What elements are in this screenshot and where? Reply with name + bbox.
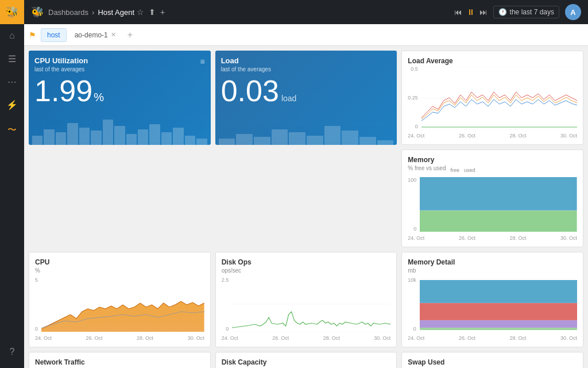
load-panel: Load last of the averages 0.03 load xyxy=(215,51,397,145)
svg-rect-4 xyxy=(420,210,577,232)
cpu-util-menu-icon[interactable]: ≡ xyxy=(200,57,204,66)
cpu-chart xyxy=(41,277,204,332)
main-content: 🐝 Dashboards › Host Agent ☆ ⬆ + ⏮ ⏸ ⏭ 🕐 … xyxy=(24,0,588,368)
network-title: Network Traffic xyxy=(35,358,204,366)
breadcrumb: Dashboards › Host Agent xyxy=(48,8,134,17)
load-unit: load xyxy=(281,94,296,103)
nav-controls: ⏮ ⏸ ⏭ xyxy=(454,7,488,17)
tab-host[interactable]: host xyxy=(41,28,67,42)
memory-legend-used: used xyxy=(464,167,475,173)
disk-ops-subtitle: ops/sec xyxy=(222,267,391,274)
brand-logo: 🐝 xyxy=(31,6,44,18)
sidebar-item-alerts[interactable]: ⚡ xyxy=(0,93,24,116)
cpu-util-subtitle: last of the averages xyxy=(34,66,205,72)
memory-detail-x-labels: 24. Oct 26. Oct 28. Oct 30. Oct xyxy=(408,335,577,341)
swap-panel: Swap Used % free vs used 100 0 xyxy=(401,352,583,368)
cpu-title: CPU xyxy=(35,258,204,266)
network-traffic-panel: Network Traffic kb/s 100 0 xyxy=(29,352,211,368)
disk-ops-panel: Disk Ops ops/sec 2.5 0 xyxy=(215,252,397,347)
svg-marker-9 xyxy=(420,280,577,303)
cpu-subtitle: % xyxy=(35,267,204,274)
cpu-x-labels: 24. Oct 26. Oct 28. Oct 30. Oct xyxy=(35,335,204,341)
memory-detail-title: Memory Detail xyxy=(408,258,577,266)
sidebar-item-activity[interactable]: 〜 xyxy=(0,118,24,141)
breadcrumb-separator: › xyxy=(92,8,94,17)
load-subtitle: last of the averages xyxy=(221,66,392,72)
tab-ao-demo-label: ao-demo-1 xyxy=(75,31,108,39)
load-avg-y-max: 0.5 xyxy=(408,66,418,72)
memory-subtitle: % free vs used xyxy=(408,165,446,171)
svg-marker-10 xyxy=(420,303,577,320)
cpu-util-unit: % xyxy=(94,91,104,104)
sidebar-item-home[interactable]: ⌂ xyxy=(0,24,24,47)
add-panel-icon[interactable]: + xyxy=(158,6,167,18)
memory-panel: Memory % free vs used free used 100 0 xyxy=(401,150,583,247)
memory-x-labels: 24. Oct 26. Oct 28. Oct 30. Oct xyxy=(408,235,577,241)
breadcrumb-root[interactable]: Dashboards xyxy=(48,8,88,17)
cpu-panel: CPU % 5 0 xyxy=(29,252,211,347)
share-icon[interactable]: ⬆ xyxy=(146,6,158,18)
cpu-util-value: 1.99 xyxy=(34,76,92,106)
memory-y-min: 0 xyxy=(408,226,416,232)
tab-close-icon[interactable]: ✕ xyxy=(111,31,116,39)
disk-capacity-title: Disk Capacity xyxy=(222,358,391,366)
time-range-label: the last 7 days xyxy=(510,8,554,16)
disk-ops-title: Disk Ops xyxy=(222,258,391,266)
add-tab-button[interactable]: + xyxy=(124,29,136,41)
rewind-button[interactable]: ⏮ xyxy=(454,7,462,17)
topbar-actions: ⏮ ⏸ ⏭ 🕐 the last 7 days A xyxy=(454,4,581,20)
disk-ops-chart xyxy=(232,277,390,332)
sidebar-item-network[interactable]: ⋯ xyxy=(0,70,24,93)
memory-chart xyxy=(420,177,577,232)
sidebar: 🐝 ⌂ ☰ ⋯ ⚡ 〜 ? xyxy=(0,0,24,368)
cpu-utilization-panel: CPU Utilization ≡ last of the averages 1… xyxy=(29,51,211,145)
panels-grid: CPU Utilization ≡ last of the averages 1… xyxy=(29,51,583,368)
sidebar-item-list[interactable]: ☰ xyxy=(0,47,24,70)
sidebar-item-help[interactable]: ? xyxy=(0,340,24,363)
pause-button[interactable]: ⏸ xyxy=(467,7,475,17)
forward-button[interactable]: ⏭ xyxy=(479,7,488,17)
cpu-util-title: CPU Utilization xyxy=(34,56,88,65)
breadcrumb-current: Host Agent xyxy=(98,8,134,17)
memory-y-max: 100 xyxy=(408,177,416,183)
clock-icon: 🕐 xyxy=(498,8,507,16)
memory-title: Memory xyxy=(408,156,577,164)
memory-legend-free: free xyxy=(450,167,459,173)
memory-detail-panel: Memory Detail mb 10k 0 xyxy=(401,252,583,347)
load-average-x-labels: 24. Oct 26. Oct 28. Oct 30. Oct xyxy=(408,133,577,139)
user-avatar[interactable]: A xyxy=(565,4,581,20)
cpu-y-min: 0 xyxy=(35,326,38,332)
memory-detail-y-min: 0 xyxy=(408,326,416,332)
load-value: 0.03 xyxy=(221,76,279,106)
disk-capacity-panel: Disk Capacity % free vs used 50 0 xyxy=(215,352,397,368)
load-avg-y-min: 0 xyxy=(408,124,418,129)
load-avg-y-mid: 0.25 xyxy=(408,95,418,101)
memory-detail-chart xyxy=(420,277,577,332)
load-average-panel: Load Average 0.5 0.25 0 xyxy=(401,51,583,145)
tab-host-label: host xyxy=(47,31,60,39)
tabbar: ⚑ host ao-demo-1 ✕ + xyxy=(24,24,588,46)
topbar: 🐝 Dashboards › Host Agent ☆ ⬆ + ⏮ ⏸ ⏭ 🕐 … xyxy=(24,0,588,24)
bookmark-icon[interactable]: ☆ xyxy=(134,6,146,18)
dashboard: CPU Utilization ≡ last of the averages 1… xyxy=(24,46,588,368)
memory-detail-y-max: 10k xyxy=(408,277,416,283)
swap-title: Swap Used xyxy=(408,358,577,366)
disk-ops-y-max: 2.5 xyxy=(222,277,229,283)
time-range-picker[interactable]: 🕐 the last 7 days xyxy=(493,6,559,18)
load-average-title: Load Average xyxy=(408,57,577,65)
pin-icon: ⚑ xyxy=(29,30,36,40)
sidebar-logo[interactable]: 🐝 xyxy=(0,0,24,24)
svg-rect-3 xyxy=(420,177,577,210)
disk-ops-x-labels: 24. Oct 26. Oct 28. Oct 30. Oct xyxy=(222,335,391,341)
load-average-chart xyxy=(421,66,577,129)
svg-marker-11 xyxy=(420,320,577,328)
disk-ops-y-min: 0 xyxy=(222,326,229,332)
memory-detail-subtitle: mb xyxy=(408,267,577,274)
load-title: Load xyxy=(221,56,392,65)
cpu-y-max: 5 xyxy=(35,277,38,283)
tab-ao-demo[interactable]: ao-demo-1 ✕ xyxy=(69,29,122,41)
svg-marker-12 xyxy=(420,328,577,330)
